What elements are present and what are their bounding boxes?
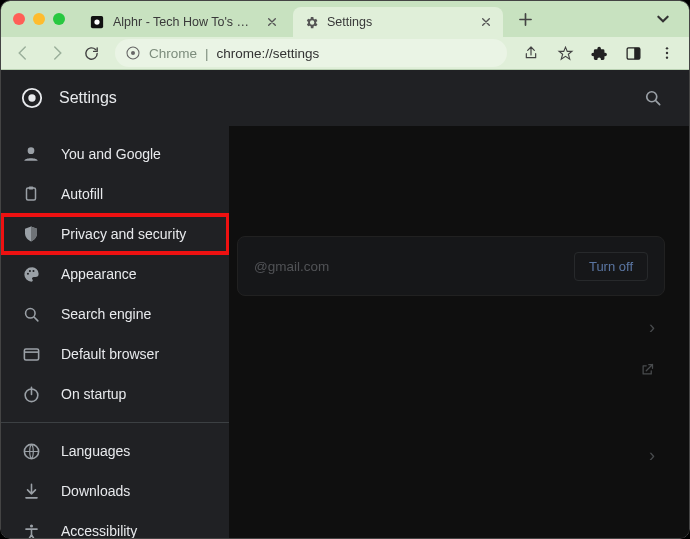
- nav-label: Languages: [61, 443, 130, 459]
- address-url: chrome://settings: [217, 46, 320, 61]
- search-icon: [21, 304, 41, 324]
- tab-title: Alphr - Tech How To's & Guides: [113, 15, 257, 29]
- nav-label: Downloads: [61, 483, 130, 499]
- forward-button[interactable]: [41, 37, 73, 69]
- favicon-alphr: [89, 14, 105, 30]
- nav-appearance[interactable]: Appearance: [1, 254, 229, 294]
- nav-label: Autofill: [61, 186, 103, 202]
- globe-icon: [21, 441, 41, 461]
- browser-icon: [21, 344, 41, 364]
- nav-autofill[interactable]: Autofill: [1, 174, 229, 214]
- tab-title: Settings: [327, 15, 471, 29]
- palette-icon: [21, 264, 41, 284]
- side-panel-button[interactable]: [617, 37, 649, 69]
- svg-point-22: [29, 524, 32, 527]
- nav-label: You and Google: [61, 146, 161, 162]
- sidebar: You and Google Autofill Privacy and secu…: [1, 126, 229, 539]
- nav-label: Default browser: [61, 346, 159, 362]
- new-tab-button[interactable]: [511, 5, 539, 33]
- nav-label: Accessibility: [61, 523, 137, 539]
- address-separator: |: [205, 46, 209, 61]
- person-icon: [21, 144, 41, 164]
- chrome-logo-icon: [21, 87, 43, 109]
- nav-default-browser[interactable]: Default browser: [1, 334, 229, 374]
- svg-point-17: [32, 269, 34, 271]
- nav-label: Appearance: [61, 266, 137, 282]
- shield-icon: [21, 224, 41, 244]
- site-info-icon[interactable]: [125, 45, 141, 61]
- browser-window: Alphr - Tech How To's & Guides Settings: [0, 0, 690, 539]
- tab-strip: Alphr - Tech How To's & Guides Settings: [1, 1, 689, 37]
- content-dimmer: [229, 126, 689, 539]
- svg-point-6: [666, 47, 668, 49]
- svg-point-7: [666, 52, 668, 54]
- tab-list-dropdown[interactable]: [651, 7, 675, 31]
- tab-alphr[interactable]: Alphr - Tech How To's & Guides: [79, 7, 289, 37]
- nav-label: Search engine: [61, 306, 151, 322]
- svg-point-18: [25, 308, 35, 318]
- svg-point-1: [94, 19, 99, 24]
- svg-point-15: [26, 272, 28, 274]
- nav-languages[interactable]: Languages: [1, 431, 229, 471]
- nav-privacy-and-security[interactable]: Privacy and security: [1, 214, 229, 254]
- svg-rect-14: [29, 187, 34, 190]
- svg-point-12: [28, 147, 35, 154]
- nav-label: On startup: [61, 386, 126, 402]
- svg-point-16: [28, 269, 30, 271]
- app-body: You and Google Autofill Privacy and secu…: [1, 126, 689, 539]
- app-title: Settings: [59, 89, 117, 107]
- app-header: Settings: [1, 70, 689, 126]
- svg-point-11: [647, 92, 657, 102]
- share-button[interactable]: [515, 37, 547, 69]
- svg-point-10: [28, 94, 35, 101]
- nav-divider: [1, 422, 229, 423]
- traffic-lights: [13, 13, 65, 25]
- extensions-button[interactable]: [583, 37, 615, 69]
- nav-downloads[interactable]: Downloads: [1, 471, 229, 511]
- toolbar: Chrome | chrome://settings: [1, 37, 689, 70]
- address-bar[interactable]: Chrome | chrome://settings: [115, 39, 507, 67]
- settings-content: @gmail.com Turn off › ›: [229, 126, 689, 539]
- window-maximize-button[interactable]: [53, 13, 65, 25]
- address-scheme: Chrome: [149, 46, 197, 61]
- settings-app: Settings You and Google Autofill: [1, 70, 689, 539]
- tab-close-button[interactable]: [479, 15, 493, 29]
- nav-you-and-google[interactable]: You and Google: [1, 134, 229, 174]
- back-button[interactable]: [7, 37, 39, 69]
- nav-label: Privacy and security: [61, 226, 186, 242]
- settings-search-button[interactable]: [637, 82, 669, 114]
- window-close-button[interactable]: [13, 13, 25, 25]
- window-minimize-button[interactable]: [33, 13, 45, 25]
- bookmark-button[interactable]: [549, 37, 581, 69]
- reload-button[interactable]: [75, 37, 107, 69]
- gear-icon: [303, 14, 319, 30]
- accessibility-icon: [21, 521, 41, 539]
- tab-close-button[interactable]: [265, 15, 279, 29]
- clipboard-icon: [21, 184, 41, 204]
- tab-settings[interactable]: Settings: [293, 7, 503, 37]
- svg-point-3: [131, 51, 135, 55]
- svg-point-8: [666, 56, 668, 58]
- nav-search-engine[interactable]: Search engine: [1, 294, 229, 334]
- nav-on-startup[interactable]: On startup: [1, 374, 229, 414]
- svg-rect-13: [27, 188, 36, 200]
- svg-rect-5: [634, 47, 640, 58]
- download-icon: [21, 481, 41, 501]
- browser-menu-button[interactable]: [651, 37, 683, 69]
- nav-accessibility[interactable]: Accessibility: [1, 511, 229, 539]
- power-icon: [21, 384, 41, 404]
- svg-rect-19: [24, 348, 38, 359]
